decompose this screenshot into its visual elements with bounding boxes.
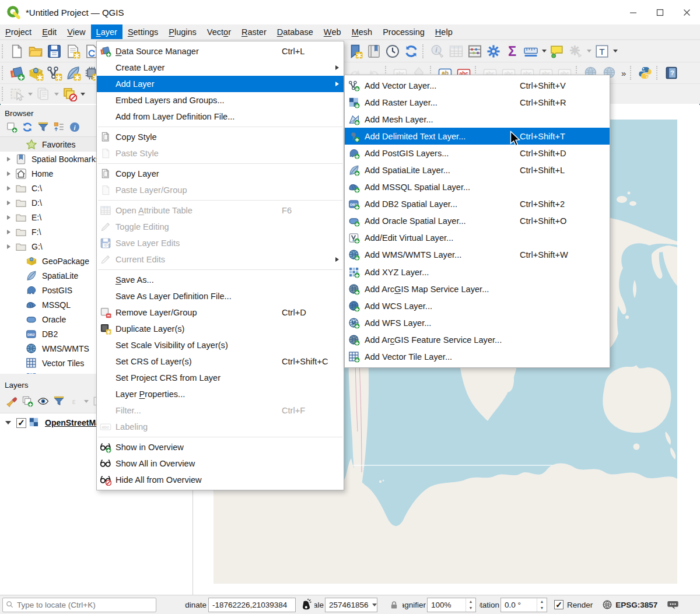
expand-arrow-icon[interactable] <box>5 186 13 191</box>
measure-icon[interactable] <box>522 42 540 61</box>
messages-icon[interactable] <box>665 599 680 611</box>
menu-item-current-edits[interactable]: Current Edits <box>97 251 344 268</box>
menu-item-layer-properties[interactable]: Layer Properties... <box>97 386 344 402</box>
new-bookmark-icon[interactable] <box>346 42 365 61</box>
expand-arrow-icon[interactable] <box>5 201 13 205</box>
dropdown-arrow-icon[interactable] <box>540 42 548 61</box>
menu-item-add-raster-layer[interactable]: Add Raster Layer...Ctrl+Shift+R <box>345 94 610 111</box>
menubar-item-mesh[interactable]: Mesh <box>346 24 377 39</box>
menu-item-paste-style[interactable]: Paste Style <box>97 145 344 162</box>
collapse-all-icon[interactable] <box>51 120 66 134</box>
menu-item-add-vector-tile-layer[interactable]: Add Vector Tile Layer... <box>345 349 610 366</box>
menu-item-add-spatialite-layer[interactable]: Add SpatiaLite Layer...Ctrl+Shift+L <box>345 162 610 178</box>
folder-open-icon[interactable] <box>26 42 45 61</box>
menu-item-add-delimited-text-layer[interactable]: Add Delimited Text Layer...Ctrl+Shift+T <box>345 128 610 145</box>
identify-icon[interactable]: i <box>428 42 447 61</box>
menu-item-filter[interactable]: Filter...Ctrl+F <box>97 402 344 419</box>
refresh-icon[interactable] <box>19 120 35 134</box>
menu-item-labeling[interactable]: abcLabeling <box>97 419 344 435</box>
add-group-icon[interactable] <box>19 394 35 408</box>
new-shapefile-icon[interactable] <box>45 64 64 82</box>
sigma-icon[interactable]: Σ <box>503 42 522 61</box>
layer-visibility-checkbox[interactable]: ✓ <box>16 418 26 428</box>
menu-item-set-crs-of-layer-s[interactable]: Set CRS of Layer(s)Ctrl+Shift+C <box>97 353 344 370</box>
help-book-icon[interactable]: ? <box>662 64 681 82</box>
menu-item-save-as[interactable]: Save As... <box>97 272 344 288</box>
minimize-button[interactable] <box>620 1 646 24</box>
copy-features-icon[interactable] <box>34 85 52 103</box>
new-spatialite-icon[interactable] <box>64 64 82 82</box>
menu-item-add-wms-wmts-layer[interactable]: Add WMS/WMTS Layer...Ctrl+Shift+W <box>345 247 610 264</box>
expand-arrow-icon[interactable] <box>5 171 13 176</box>
menu-item-add-xyz-layer[interactable]: Add XYZ Layer... <box>345 264 610 280</box>
menu-item-save-as-layer-definition-file[interactable]: Save As Layer Definition File... <box>97 288 344 304</box>
menu-item-remove-layer-group[interactable]: Remove Layer/GroupCtrl+D <box>97 304 344 321</box>
menubar-item-plugins[interactable]: Plugins <box>163 24 202 39</box>
map-tips-icon[interactable] <box>548 42 566 61</box>
eye-icon[interactable] <box>35 394 51 408</box>
menu-item-add-arcgis-map-service-layer[interactable]: Add ArcGIS Map Service Layer... <box>345 280 610 297</box>
show-bookmarks-icon[interactable] <box>365 42 383 61</box>
add-selected-layer-icon[interactable] <box>4 120 19 134</box>
menubar-item-edit[interactable]: Edit <box>37 24 62 39</box>
menu-item-toggle-editing[interactable]: Toggle Editing <box>97 219 344 235</box>
dropdown-arrow-icon[interactable] <box>82 392 90 410</box>
close-button[interactable] <box>673 1 700 24</box>
expand-arrow-icon[interactable] <box>5 157 13 162</box>
menu-item-data-source-manager[interactable]: Data Source ManagerCtrl+L <box>97 43 344 59</box>
menu-item-copy-layer[interactable]: Copy Layer <box>97 166 344 182</box>
statistics-abacus-icon[interactable] <box>466 42 484 61</box>
menu-item-copy-style[interactable]: Copy Style <box>97 129 344 145</box>
locate-search[interactable] <box>2 598 156 612</box>
menu-item-add-edit-virtual-layer[interactable]: Add/Edit Virtual Layer... <box>345 230 610 247</box>
menu-item-add-arcgis-feature-service-layer[interactable]: Add ArcGIS Feature Service Layer... <box>345 331 610 348</box>
menu-item-hide-all-from-overview[interactable]: Hide All from Overview <box>97 472 344 488</box>
file-new-icon[interactable] <box>8 42 26 61</box>
layer-expander-icon[interactable] <box>4 418 13 427</box>
crs-label[interactable]: EPSG:3857 <box>615 601 657 609</box>
dropdown-arrow-icon[interactable] <box>611 42 619 61</box>
expand-arrow-icon[interactable] <box>5 230 13 234</box>
options-gear-icon[interactable] <box>484 42 503 61</box>
menu-item-embed-layers-and-groups[interactable]: Embed Layers and Groups... <box>97 92 344 108</box>
menu-item-add-postgis-layers[interactable]: Add PostGIS Layers...Ctrl+Shift+D <box>345 145 610 162</box>
extents-toggle-icon[interactable] <box>299 598 313 611</box>
maximize-button[interactable] <box>646 1 673 24</box>
toolbar-overflow-chevron[interactable]: » <box>619 68 628 78</box>
menu-item-add-layer[interactable]: Add Layer <box>97 76 344 92</box>
render-checkbox[interactable]: ✓ <box>554 600 564 609</box>
rotation-spin-arrows[interactable]: ▲▼ <box>537 598 547 612</box>
menu-item-set-scale-visibility-of-layer-s[interactable]: Set Scale Visibility of Layer(s) <box>97 337 344 353</box>
menu-item-add-wfs-layer[interactable]: Add WFS Layer... <box>345 314 610 331</box>
temporal-clock-icon[interactable] <box>383 42 402 61</box>
menubar-item-vector[interactable]: Vector <box>202 24 236 39</box>
menu-item-add-wcs-layer[interactable]: Add WCS Layer... <box>345 297 610 314</box>
menu-item-paste-layer-group[interactable]: Paste Layer/Group <box>97 182 344 198</box>
menubar-item-settings[interactable]: Settings <box>123 24 163 39</box>
dropdown-arrow-icon[interactable] <box>79 85 86 103</box>
coordinate-input[interactable]: -18762226,21039384 <box>208 598 296 612</box>
expand-arrow-icon[interactable] <box>5 215 13 220</box>
dropdown-arrow-icon[interactable] <box>26 85 34 103</box>
text-annotation-icon[interactable]: T <box>593 42 611 61</box>
menu-item-duplicate-layer-s[interactable]: Duplicate Layer(s) <box>97 321 344 337</box>
style-brush-icon[interactable] <box>4 394 19 408</box>
menu-item-show-all-in-overview[interactable]: Show All in Overview <box>97 455 344 472</box>
save-icon[interactable] <box>45 42 64 61</box>
scale-combo[interactable]: 257461856 <box>325 598 377 612</box>
menubar-item-database[interactable]: Database <box>272 24 318 39</box>
new-layout-icon[interactable] <box>64 42 82 61</box>
menubar-item-processing[interactable]: Processing <box>377 24 430 39</box>
menu-item-add-mesh-layer[interactable]: Add Mesh Layer... <box>345 111 610 128</box>
menu-item-set-project-crs-from-layer[interactable]: Set Project CRS from Layer <box>97 370 344 386</box>
attribute-table-icon[interactable] <box>447 42 466 61</box>
menu-item-add-db2-spatial-layer[interactable]: DB2Add DB2 Spatial Layer...Ctrl+Shift+2 <box>345 196 610 213</box>
dropdown-arrow-icon[interactable] <box>585 42 593 61</box>
menu-item-show-in-overview[interactable]: Show in Overview <box>97 439 344 455</box>
rotation-spinbox[interactable]: 0.0 ° ▲▼ <box>501 598 547 612</box>
menu-item-add-vector-layer[interactable]: Add Vector Layer...Ctrl+Shift+V <box>345 77 610 94</box>
menubar-item-help[interactable]: Help <box>430 24 458 39</box>
menubar-item-layer[interactable]: Layer <box>91 24 123 39</box>
filter-funnel-icon[interactable] <box>35 120 51 134</box>
menu-item-add-from-layer-definition-file[interactable]: Add from Layer Definition File... <box>97 108 344 125</box>
